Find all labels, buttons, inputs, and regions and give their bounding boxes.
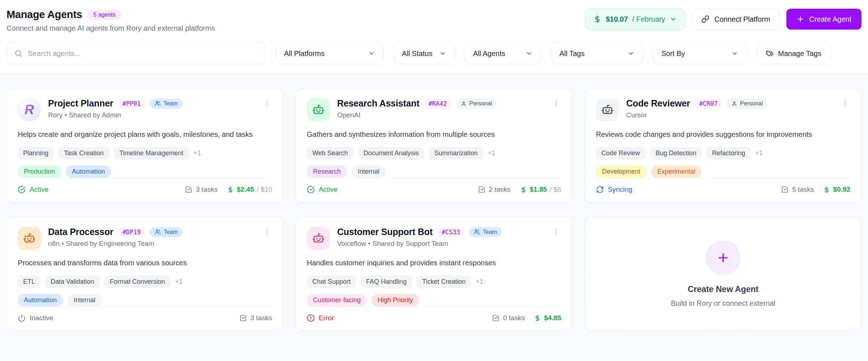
agent-code-badge: #RA42	[425, 99, 451, 109]
agent-description: Handles customer inquiries and provides …	[307, 258, 561, 268]
agent-code-badge: #DP19	[119, 227, 145, 237]
check-square-icon	[492, 314, 499, 322]
chevron-down-icon	[525, 50, 533, 57]
agent-card-project-planner[interactable]: R Project Planner #PP01 Team Rory • Shar…	[7, 88, 283, 203]
cost-indicator: $0.92	[823, 186, 850, 193]
platform-line: n8n • Shared by Engineering Team	[48, 240, 255, 248]
check-circle-icon	[18, 186, 26, 193]
cost-amount: $1.85	[530, 186, 547, 193]
create-new-agent-card[interactable]: Create New Agent Build in Rory or connec…	[585, 217, 861, 331]
refresh-icon	[596, 186, 604, 193]
cost-amount: $4.85	[544, 314, 561, 322]
agent-card-code-reviewer[interactable]: Code Reviewer #CR07 Personal Cursor Revi…	[585, 88, 861, 203]
header-left: Manage Agents 5 agents Connect and manag…	[7, 9, 215, 32]
team-badge: Team	[150, 227, 182, 237]
user-icon	[731, 101, 737, 106]
search-input[interactable]	[28, 49, 258, 58]
bot-avatar	[18, 227, 41, 250]
skill-chip: Ticket Creation	[417, 275, 471, 288]
status-indicator: Active	[18, 186, 48, 193]
skill-chip: ETL	[18, 275, 40, 288]
agent-card-data-processor[interactable]: Data Processor #DP19 Team n8n • Shared b…	[7, 217, 283, 331]
check-square-icon	[478, 186, 485, 193]
connect-platform-label: Connect Platform	[714, 15, 770, 23]
tag-pill: Experimental	[651, 165, 701, 178]
skill-chip: Task Creation	[59, 147, 109, 160]
users-icon	[155, 229, 161, 235]
bot-avatar	[596, 98, 619, 121]
tasks-label: 0 tasks	[503, 314, 525, 322]
tag-pill: Automation	[18, 294, 63, 306]
create-agent-label: Create Agent	[809, 15, 851, 23]
cost-indicator: $2.45 / $10	[227, 186, 272, 193]
status-filter-dropdown[interactable]: All Status	[394, 43, 455, 64]
search-icon	[14, 49, 23, 58]
sort-by-dropdown[interactable]: Sort By	[653, 43, 747, 64]
agent-name: Project Planner	[48, 98, 113, 109]
user-icon	[461, 101, 467, 106]
team-badge: Team	[150, 99, 182, 109]
check-circle-icon	[307, 186, 315, 193]
agent-code-badge: #CR07	[695, 99, 722, 109]
status-label: Inactive	[30, 314, 53, 322]
kebab-menu-icon[interactable]	[262, 98, 272, 108]
dollar-icon	[593, 15, 601, 23]
skill-chip: Document Analysis	[358, 147, 424, 160]
skill-chip: Planning	[18, 147, 54, 160]
users-icon	[155, 100, 161, 106]
check-square-icon	[240, 314, 247, 322]
budget-amount: $10.07	[606, 15, 628, 23]
dollar-icon	[823, 186, 830, 193]
tag-pill: Internal	[352, 165, 386, 178]
cost-indicator: $1.85 / $5	[520, 186, 561, 193]
skills-more: +1	[755, 149, 763, 157]
status-indicator: Inactive	[18, 314, 53, 322]
budget-period: / February	[632, 15, 665, 23]
connect-platform-button[interactable]: Connect Platform	[692, 9, 780, 30]
kebab-menu-icon[interactable]	[262, 227, 272, 237]
share-label: Personal	[740, 100, 763, 107]
team-badge: Team	[469, 227, 502, 237]
tasks-label: 2 tasks	[489, 186, 511, 193]
kebab-menu-icon[interactable]	[551, 227, 561, 237]
agents-grid-section: R Project Planner #PP01 Team Rory • Shar…	[0, 74, 868, 360]
status-label: Active	[30, 186, 48, 193]
agent-card-customer-support-bot[interactable]: Customer Support Bot #CS33 Team Voiceflo…	[296, 217, 572, 331]
alert-circle-icon	[307, 314, 315, 322]
chevron-down-icon	[368, 50, 375, 57]
skill-chip: Timeline Management	[114, 147, 189, 160]
monthly-budget-button[interactable]: $10.07 / February	[585, 9, 685, 30]
tags-filter-label: All Tags	[559, 49, 585, 58]
skills-more: +1	[488, 149, 495, 157]
agent-name: Code Reviewer	[626, 98, 690, 109]
agents-filter-label: All Agents	[473, 49, 505, 58]
platform-line: Voiceflow • Shared by Support Team	[337, 240, 544, 248]
skills-more: +1	[194, 149, 201, 157]
manage-tags-button[interactable]: Manage Tags	[757, 43, 830, 64]
agents-filter-dropdown[interactable]: All Agents	[465, 43, 541, 64]
tasks-label: 3 tasks	[196, 186, 218, 193]
platforms-filter-dropdown[interactable]: All Platforms	[276, 43, 383, 64]
kebab-menu-icon[interactable]	[551, 98, 561, 108]
tasks-count: 0 tasks	[492, 314, 525, 322]
tags-filter-dropdown[interactable]: All Tags	[551, 43, 643, 64]
tags-icon	[766, 49, 774, 57]
tag-pill: Customer-facing	[307, 294, 367, 306]
chevron-down-icon	[731, 50, 738, 57]
personal-badge: Personal	[727, 99, 768, 109]
agent-count-badge: 5 agents	[88, 10, 121, 20]
search-box[interactable]	[7, 43, 266, 64]
share-label: Personal	[469, 100, 492, 107]
agent-card-research-assistant[interactable]: Research Assistant #RA42 Personal OpenAI…	[296, 88, 572, 203]
tasks-count: 2 tasks	[478, 186, 511, 193]
cost-budget: / $10	[257, 186, 272, 193]
rory-logo-avatar: R	[18, 98, 41, 121]
tasks-count: 3 tasks	[240, 314, 272, 322]
page-subtitle: Connect and manage AI agents from Rory a…	[7, 24, 215, 32]
create-agent-button[interactable]: Create Agent	[786, 9, 861, 30]
plus-circle-icon	[706, 240, 740, 275]
tasks-count: 5 tasks	[781, 186, 814, 193]
kebab-menu-icon[interactable]	[840, 98, 850, 108]
check-square-icon	[781, 186, 788, 193]
status-filter-label: All Status	[402, 49, 432, 58]
